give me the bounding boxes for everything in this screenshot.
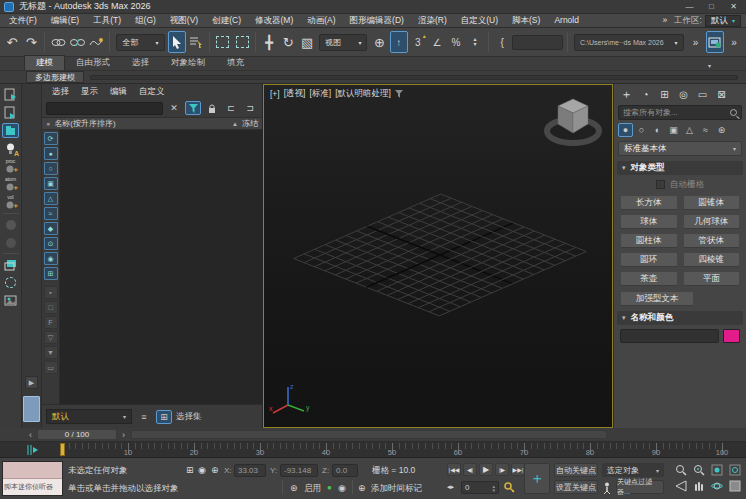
tab-display[interactable]: ▭ [694, 87, 711, 102]
viewport-render-preset-menu[interactable]: [标准] [309, 88, 331, 100]
subcategory-dropdown[interactable]: 标准基本体 ▾ [618, 141, 742, 156]
x-coordinate-field[interactable]: 33.03 [234, 464, 266, 477]
named-selection-sets-dropdown[interactable] [512, 35, 563, 50]
zoom-all-icon[interactable] [690, 462, 707, 477]
tab-motion[interactable]: ◎ [675, 87, 692, 102]
use-pivot-point-center-button[interactable]: ⊕ [370, 31, 388, 53]
isolate-selection-icon[interactable]: ⊞ [186, 465, 194, 475]
menu-item[interactable]: 图形编辑器(D) [343, 15, 411, 25]
listener-pane[interactable]: 脚本迷你侦听器 [3, 479, 62, 495]
play-button[interactable]: ▶ [479, 463, 493, 476]
menu-item[interactable]: 视图(V) [163, 15, 205, 25]
key-filters-icon[interactable] [602, 482, 613, 494]
active-layout-tab[interactable] [23, 396, 40, 422]
display-filter-icon[interactable]: ⟳ [44, 132, 58, 145]
scene-explorer-icon[interactable] [2, 87, 19, 102]
select-and-rotate-button[interactable]: ↻ [279, 31, 297, 53]
atom-create-icon[interactable]: atom＋ [2, 177, 19, 192]
object-type-button[interactable]: 平面 [683, 271, 741, 286]
object-type-button[interactable]: 圆锥体 [683, 195, 741, 210]
minimize-button[interactable]: — [681, 1, 698, 13]
menu-item[interactable]: 创建(C) [205, 15, 248, 25]
freeze-column-header[interactable]: 冻结 [242, 118, 258, 129]
bitmap-icon[interactable] [2, 293, 19, 308]
filter-icon[interactable] [185, 101, 201, 115]
close-button[interactable]: ✕ [725, 1, 742, 13]
select-by-name-button[interactable] [187, 31, 205, 53]
key-filters-button[interactable]: 关键点过滤器... [616, 480, 664, 494]
sort-ascending-icon[interactable]: ▲ [232, 121, 238, 127]
display-filter-icon[interactable]: ◉ [44, 252, 58, 265]
keyboard-override-toggle[interactable]: ↑ [390, 31, 408, 53]
select-and-link-icon[interactable] [49, 31, 67, 53]
z-coordinate-field[interactable]: 0.0 [332, 464, 358, 477]
ribbon-options-icon[interactable]: ▾ [697, 61, 722, 70]
cached-playback-enable-label[interactable]: 启用 [304, 483, 321, 495]
menu-item[interactable]: 工具(T) [86, 15, 128, 25]
object-type-button[interactable]: 茶壶 [620, 271, 678, 286]
menu-item[interactable]: 动画(A) [300, 15, 342, 25]
current-frame-field[interactable]: 0 ▴▾ [461, 481, 499, 494]
object-type-rollout-header[interactable]: ▾ 对象类型 [617, 161, 743, 175]
time-slider-track[interactable] [131, 430, 607, 439]
field-of-view-icon[interactable] [672, 478, 689, 493]
trackbar-filter-icon[interactable] [26, 444, 39, 456]
explorer-tool-icon[interactable]: ▪ [44, 286, 58, 299]
object-type-button[interactable]: 管状体 [683, 233, 741, 248]
maxscript-mini-listener[interactable]: 脚本迷你侦听器 [2, 461, 63, 496]
maximize-button[interactable]: □ [703, 1, 720, 13]
dashed-light-icon[interactable] [2, 275, 19, 290]
rectangular-selection-region-icon[interactable] [214, 31, 232, 53]
scene-explorer-menu-item[interactable]: 显示 [75, 86, 104, 98]
ribbon-tab-freeform[interactable]: 自由形式 [65, 56, 121, 70]
object-type-button[interactable]: 长方体 [620, 195, 678, 210]
orbit-icon[interactable] [708, 478, 725, 493]
object-type-button[interactable]: 圆环 [620, 252, 678, 267]
cached-playback-settings-icon[interactable]: ⊛ [290, 483, 298, 493]
light-lister-icon[interactable]: A [2, 141, 19, 156]
toolbar-overflow-icon[interactable]: » [687, 31, 705, 53]
layout-expand-icon[interactable]: ▶ [25, 376, 38, 389]
clear-search-icon[interactable]: ✕ [166, 101, 182, 115]
lock-icon[interactable] [204, 101, 220, 115]
view-cube[interactable] [542, 91, 604, 155]
menu-item[interactable]: 渲染(R) [411, 15, 454, 25]
object-type-button[interactable]: 几何球体 [683, 214, 741, 229]
angle-snap-toggle[interactable]: ∠ [428, 31, 446, 53]
window-crossing-toggle-icon[interactable] [233, 31, 251, 53]
y-coordinate-field[interactable]: -93.148 [280, 464, 318, 477]
expand-all-icon[interactable]: ⊏ [223, 101, 239, 115]
set-keys-button[interactable]: ＋ [524, 463, 550, 494]
ribbon-panel-polygon-modeling[interactable]: 多边形建模 [26, 71, 84, 83]
menu-item[interactable]: 组(G) [128, 15, 163, 25]
explorer-mode-icon[interactable]: ⊞ [156, 410, 172, 424]
explorer-tool-icon[interactable]: ▽ [44, 331, 58, 344]
tab-hierarchy[interactable]: ⊞ [656, 87, 673, 102]
next-frame-button[interactable]: |▶ [495, 463, 509, 476]
object-type-button-text-plus[interactable]: 加强型文本 [620, 291, 694, 306]
frame-indicator[interactable]: 0 / 100 [37, 429, 117, 440]
display-filter-icon[interactable]: △ [44, 192, 58, 205]
perspective-viewport[interactable]: [+] [透视] [标准] [默认明暗处理] z x y [263, 84, 613, 428]
category-helpers-icon[interactable]: △ [682, 123, 697, 137]
go-to-start-button[interactable]: |◀◀ [447, 463, 461, 476]
category-lights-icon[interactable]: ◐ [650, 123, 665, 137]
asset-browser-icon[interactable] [2, 123, 19, 138]
search-input[interactable] [46, 102, 163, 115]
display-filter-icon[interactable]: ⊙ [44, 237, 58, 250]
selection-filter-dropdown[interactable]: 全部 ▾ [116, 34, 164, 51]
unlink-selection-icon[interactable] [68, 31, 86, 53]
bind-to-space-warp-icon[interactable] [87, 31, 105, 53]
maximize-viewport-icon[interactable] [726, 478, 743, 493]
time-slider-handle[interactable] [60, 443, 65, 456]
object-type-button[interactable]: 四棱锥 [683, 252, 741, 267]
category-shapes-icon[interactable]: ○ [634, 123, 649, 137]
explorer-tool-icon[interactable]: □ [44, 301, 58, 314]
scene-explorer-menu-item[interactable]: 自定义 [133, 86, 171, 98]
key-mode-toggle-icon[interactable]: ◂▸ [447, 483, 454, 491]
object-color-swatch[interactable] [723, 329, 740, 343]
display-filter-icon[interactable]: ≈ [44, 207, 58, 220]
scene-explorer-column-header[interactable]: ● 名称(按升序排序) ▲ 冻结 [42, 117, 262, 130]
previous-frame-icon[interactable]: ‹ [26, 429, 35, 440]
undo-button[interactable]: ↶ [3, 31, 21, 53]
